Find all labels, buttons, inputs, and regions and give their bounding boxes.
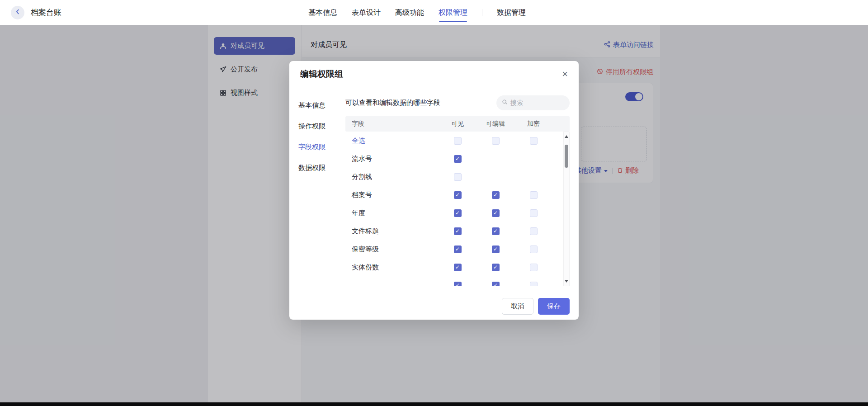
field-name: 保密等级 [345, 245, 439, 254]
edit-permission-group-dialog: 编辑权限组 × 基本信息 操作权限 字段权限 数据权限 可以查看和编辑数据的哪些… [289, 61, 579, 320]
checkbox-cell-visible: ✓ [439, 227, 476, 235]
checkbox-cell-encrypted [514, 264, 552, 271]
encrypted-checkbox-unchecked[interactable] [530, 137, 538, 145]
checkbox-cell-encrypted [514, 137, 552, 145]
encrypted-checkbox-unchecked[interactable] [530, 191, 538, 199]
table-row: 保密等级✓✓ [345, 240, 570, 258]
back-button[interactable] [11, 6, 24, 19]
editable-checkbox-checked[interactable]: ✓ [492, 245, 500, 253]
checkbox-cell-visible: ✓ [439, 155, 476, 163]
scrollbar-down-button[interactable] [564, 278, 569, 285]
visible-checkbox-checked[interactable]: ✓ [454, 264, 462, 271]
checkbox-cell-encrypted [514, 245, 552, 253]
visible-checkbox-checked[interactable]: ✓ [454, 282, 462, 287]
table-row: 流水号✓ [345, 150, 570, 168]
checkbox-cell-encrypted [514, 227, 552, 235]
dialog-header: 编辑权限组 × [289, 61, 579, 87]
table-row: 文件标题✓✓ [345, 222, 570, 240]
field-name: 年度 [345, 209, 439, 217]
visible-checkbox-checked[interactable]: ✓ [454, 155, 462, 163]
visible-checkbox-unchecked[interactable] [454, 137, 462, 145]
checkbox-cell-editable: ✓ [476, 264, 514, 271]
visible-checkbox-unchecked[interactable] [454, 173, 462, 181]
field-table-header: 字段 可见 可编辑 加密 [345, 116, 570, 132]
visible-checkbox-checked[interactable]: ✓ [454, 191, 462, 199]
editable-checkbox-checked[interactable]: ✓ [492, 191, 500, 199]
checkbox-cell-visible: ✓ [439, 209, 476, 217]
cancel-button[interactable]: 取消 [502, 298, 533, 315]
field-list-viewport: 全选流水号✓分割线档案号✓✓年度✓✓文件标题✓✓保密等级✓✓实体份数✓✓✓✓ [345, 132, 570, 286]
checkbox-cell-editable [476, 137, 514, 145]
triangle-up-icon [565, 135, 568, 138]
field-name: 档案号 [345, 191, 439, 199]
search-icon [502, 99, 508, 107]
dialog-body: 基本信息 操作权限 字段权限 数据权限 可以查看和编辑数据的哪些字段 字段 [298, 87, 570, 293]
tab-permission-management[interactable]: 权限管理 [439, 0, 467, 25]
tab-basic-info[interactable]: 基本信息 [308, 0, 337, 25]
visible-checkbox-checked[interactable]: ✓ [454, 245, 462, 253]
field-name: 实体份数 [345, 263, 439, 272]
dialog-tab-data-permission[interactable]: 数据权限 [298, 159, 337, 177]
screen: 档案台账 基本信息 表单设计 高级功能 权限管理 数据管理 对成员可见 公开发布 [0, 0, 868, 406]
editable-checkbox-checked[interactable]: ✓ [492, 264, 500, 271]
table-row: 档案号✓✓ [345, 186, 570, 204]
dialog-tab-basic-info[interactable]: 基本信息 [298, 96, 337, 114]
chevron-left-icon [14, 9, 21, 17]
field-name: 流水号 [345, 155, 439, 163]
encrypted-checkbox-unchecked[interactable] [530, 227, 538, 235]
dialog-tab-operation-permission[interactable]: 操作权限 [298, 117, 337, 135]
dialog-title: 编辑权限组 [300, 68, 343, 80]
tab-form-design[interactable]: 表单设计 [352, 0, 381, 25]
table-row: ✓✓ [345, 276, 570, 286]
save-button[interactable]: 保存 [538, 298, 570, 315]
tab-advanced-features[interactable]: 高级功能 [395, 0, 424, 25]
dialog-content: 可以查看和编辑数据的哪些字段 字段 可见 可编辑 加密 全选流水号✓分割线档 [337, 87, 570, 293]
checkbox-cell-visible: ✓ [439, 282, 476, 287]
checkbox-cell-encrypted [514, 209, 552, 217]
checkbox-cell-editable: ✓ [476, 191, 514, 199]
close-icon[interactable]: × [562, 69, 568, 79]
encrypted-checkbox-unchecked[interactable] [530, 282, 538, 287]
visible-checkbox-checked[interactable]: ✓ [454, 227, 462, 235]
select-all-link[interactable]: 全选 [345, 137, 439, 145]
editable-checkbox-checked[interactable]: ✓ [492, 227, 500, 235]
checkbox-cell-visible [439, 137, 476, 145]
editable-checkbox-checked[interactable]: ✓ [492, 209, 500, 217]
visible-checkbox-checked[interactable]: ✓ [454, 209, 462, 217]
page-title: 档案台账 [31, 0, 61, 25]
dialog-tab-field-permission[interactable]: 字段权限 [298, 138, 337, 156]
column-header-encrypted: 加密 [514, 120, 552, 128]
editable-checkbox-unchecked[interactable] [492, 137, 500, 145]
dialog-footer: 取消 保存 [289, 293, 579, 320]
encrypted-checkbox-unchecked[interactable] [530, 264, 538, 271]
scrollbar[interactable] [563, 132, 570, 286]
checkbox-cell-encrypted [514, 191, 552, 199]
table-row: 全选 [345, 132, 570, 150]
encrypted-checkbox-unchecked[interactable] [530, 209, 538, 217]
checkbox-cell-editable: ✓ [476, 245, 514, 253]
field-permission-description: 可以查看和编辑数据的哪些字段 [345, 99, 440, 107]
checkbox-cell-editable: ✓ [476, 209, 514, 217]
field-name: 分割线 [345, 173, 439, 181]
scrollbar-up-button[interactable] [564, 133, 569, 140]
tab-data-management[interactable]: 数据管理 [497, 0, 526, 25]
nav-divider [482, 9, 482, 16]
encrypted-checkbox-unchecked[interactable] [530, 245, 538, 253]
column-header-editable: 可编辑 [476, 120, 514, 128]
checkbox-cell-encrypted [514, 282, 552, 287]
dialog-tab-list: 基本信息 操作权限 字段权限 数据权限 [298, 87, 337, 293]
scrollbar-thumb[interactable] [565, 145, 568, 168]
field-name: 文件标题 [345, 227, 439, 236]
checkbox-cell-editable: ✓ [476, 227, 514, 235]
checkbox-cell-editable: ✓ [476, 282, 514, 287]
top-nav: 基本信息 表单设计 高级功能 权限管理 数据管理 [308, 0, 526, 25]
editable-checkbox-checked[interactable]: ✓ [492, 282, 500, 287]
topbar: 档案台账 基本信息 表单设计 高级功能 权限管理 数据管理 [0, 0, 868, 25]
column-header-visible: 可见 [439, 120, 476, 128]
checkbox-cell-visible [439, 173, 476, 181]
checkbox-cell-visible: ✓ [439, 264, 476, 271]
search-box[interactable] [496, 95, 570, 110]
table-row: 实体份数✓✓ [345, 258, 570, 276]
search-input[interactable] [510, 99, 564, 106]
field-rows: 全选流水号✓分割线档案号✓✓年度✓✓文件标题✓✓保密等级✓✓实体份数✓✓✓✓ [345, 132, 570, 286]
